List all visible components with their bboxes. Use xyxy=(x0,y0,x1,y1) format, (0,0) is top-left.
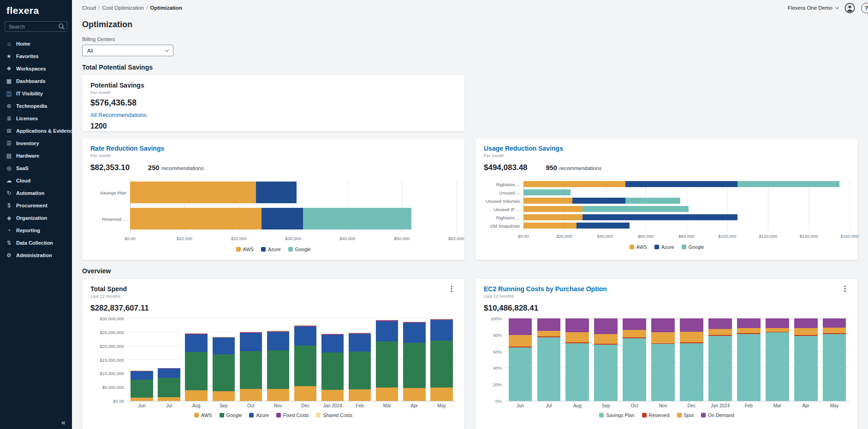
bar-slot-may xyxy=(820,318,849,401)
bar-segment-on-demand xyxy=(565,318,589,332)
bar-slot-apr xyxy=(401,318,428,401)
breadcrumb-item-cost-optimization[interactable]: Cost Optimization xyxy=(102,5,144,11)
axis-tick-label: $10,000 xyxy=(177,236,192,241)
usage-reduction-period: Per month xyxy=(484,153,850,158)
axis-tick-label: $80,000 xyxy=(678,234,694,239)
bar-segment-aws xyxy=(523,198,572,204)
bar-segment-azure xyxy=(403,323,425,342)
legend-item-on-demand[interactable]: On Demand xyxy=(701,412,734,418)
bar-slot-feb xyxy=(734,318,763,401)
legend-item-azure[interactable]: Azure xyxy=(249,412,268,418)
sidebar-item-organization[interactable]: ◈Organization xyxy=(0,212,72,224)
chart-plot-area: 0%20%40%60%80%100%JunJulAugSepOctNovDecJ… xyxy=(484,318,850,408)
billing-centers-select[interactable]: All xyxy=(82,45,173,56)
sidebar-item-saas[interactable]: ◎SaaS xyxy=(0,162,72,174)
legend-item-spot[interactable]: Spot xyxy=(677,412,694,418)
sidebar-item-it-visibility[interactable]: ◫IT Visibility xyxy=(0,87,72,100)
sidebar-collapse-button[interactable]: « xyxy=(61,419,65,426)
ec2-running-costs-title-link[interactable]: EC2 Running Costs by Purchase Option xyxy=(484,285,850,293)
sidebar-item-label: Technopedia xyxy=(16,103,47,109)
rate-reduction-title-link[interactable]: Rate Reduction Savings xyxy=(90,145,456,152)
bar-slot-jan-2024 xyxy=(319,318,346,401)
help-icon[interactable]: ? xyxy=(861,3,868,13)
breadcrumb-item-optimization: Optimization xyxy=(150,5,182,11)
axis-tick-label: $20,000,000 xyxy=(100,343,124,348)
potential-savings-amount: $576,436.58 xyxy=(90,98,456,108)
legend-item-fixed-costs[interactable]: Fixed Costs xyxy=(276,412,309,418)
sidebar-item-data-collection[interactable]: ⇅Data Collection xyxy=(0,236,72,249)
bar-segment-azure xyxy=(185,335,207,352)
sidebar-item-favorites[interactable]: ★Favorites xyxy=(0,50,72,62)
axis-tick-label: Feb xyxy=(346,403,374,408)
axis-tick-label: $0.00 xyxy=(518,234,529,239)
legend-label: Google xyxy=(295,247,311,252)
legend-swatch-icon xyxy=(642,413,647,417)
bar-segment-aws xyxy=(130,208,262,229)
legend-item-azure[interactable]: Azure xyxy=(654,244,674,250)
stacked-bar-jan-2024 xyxy=(708,318,732,401)
sidebar-item-home[interactable]: ⌂Home xyxy=(0,37,72,50)
legend-item-google[interactable]: Google xyxy=(220,412,242,418)
sidebar-item-applications-evidence[interactable]: ⊞Applications & Evidence xyxy=(0,124,72,137)
bar-segment-aws xyxy=(403,388,425,401)
card-menu-kebab-icon[interactable]: ⋮ xyxy=(839,284,850,294)
legend-item-google[interactable]: Google xyxy=(682,244,704,250)
stacked-bar-apr xyxy=(403,322,425,401)
axis-tick-label: $20,000 xyxy=(231,236,246,241)
sidebar-item-procurement[interactable]: $Procurement xyxy=(0,199,72,212)
sidebar-item-reporting[interactable]: ◔Reporting xyxy=(0,224,72,236)
legend-item-aws[interactable]: AWS xyxy=(236,247,254,252)
axis-tick-label: $20,000 xyxy=(556,234,572,239)
sidebar-item-label: Data Collection xyxy=(16,240,53,246)
axis-tick-label: $100,000 xyxy=(718,234,737,239)
bar-segment-on-demand xyxy=(623,318,646,330)
stacked-bar-dec xyxy=(294,325,316,401)
bar-segment-azure xyxy=(572,198,625,204)
sidebar-item-hardware[interactable]: ▤Hardware xyxy=(0,149,72,162)
sidebar-item-administration[interactable]: ⚙Administration xyxy=(0,249,72,261)
sidebar: flexera ⌂Home★Favorites❖Workspaces▦Dashb… xyxy=(0,0,72,429)
sidebar-item-automation[interactable]: ↻Automation xyxy=(0,187,72,199)
legend-item-savings-plan[interactable]: Savings Plan xyxy=(599,412,634,418)
legend-item-shared-costs[interactable]: Shared Costs xyxy=(316,412,352,418)
sidebar-item-technopedia[interactable]: ⊚Technopedia xyxy=(0,100,72,112)
sidebar-item-cloud[interactable]: ☁Cloud xyxy=(0,174,72,187)
total-spend-card: ⋮ Total Spend Last 12 months $282,837,60… xyxy=(82,279,464,429)
bar-segment-aws xyxy=(213,391,235,401)
axis-tick-label: Jul xyxy=(535,403,563,408)
bar-segment-azure xyxy=(256,182,296,203)
automation-icon: ↻ xyxy=(6,190,12,196)
legend-item-google[interactable]: Google xyxy=(288,247,311,252)
potential-savings-card: Potential Savings Per month $576,436.58 … xyxy=(82,75,464,131)
usage-reduction-title-link[interactable]: Usage Reduction Savings xyxy=(484,145,850,152)
legend-item-aws[interactable]: AWS xyxy=(194,412,212,418)
chart-bar-row-unused-volumes-2: Unused Volumes xyxy=(523,198,850,204)
breadcrumb-item-cloud[interactable]: Cloud xyxy=(82,5,96,11)
legend-item-reserved[interactable]: Reserved xyxy=(642,412,670,418)
sidebar-item-label: Administration xyxy=(16,253,52,258)
card-menu-kebab-icon[interactable]: ⋮ xyxy=(446,284,457,294)
sidebar-item-licenses[interactable]: ≣Licenses xyxy=(0,112,72,124)
procurement-icon: $ xyxy=(6,202,12,209)
legend-item-aws[interactable]: AWS xyxy=(630,244,648,250)
bar-segment-savings-plan xyxy=(823,334,846,401)
chart-category-label: Unused ... xyxy=(499,190,523,195)
sidebar-item-dashboards[interactable]: ▦Dashboards xyxy=(0,75,72,87)
bar-segment-on-demand xyxy=(680,318,703,332)
axis-tick-label: 100% xyxy=(491,316,502,321)
sidebar-item-label: Dashboards xyxy=(16,78,46,84)
legend-item-azure[interactable]: Azure xyxy=(261,247,280,252)
bar-segment-spot xyxy=(737,328,761,333)
billing-centers-label: Billing Centers xyxy=(82,36,858,42)
account-menu[interactable]: Flexera One Demo xyxy=(788,5,838,11)
legend-swatch-icon xyxy=(236,247,241,252)
axis-tick-label: Feb xyxy=(734,403,763,408)
user-avatar-icon[interactable] xyxy=(844,3,855,13)
bar-slot-oct xyxy=(620,318,649,401)
all-recommendations-link[interactable]: All Recommendations xyxy=(90,112,147,118)
bar-segment-azure xyxy=(430,320,452,341)
dashboards-icon: ▦ xyxy=(6,78,12,84)
sidebar-item-workspaces[interactable]: ❖Workspaces xyxy=(0,62,72,75)
bar-segment-aws xyxy=(523,223,577,229)
sidebar-item-inventory[interactable]: ☰Inventory xyxy=(0,137,72,149)
